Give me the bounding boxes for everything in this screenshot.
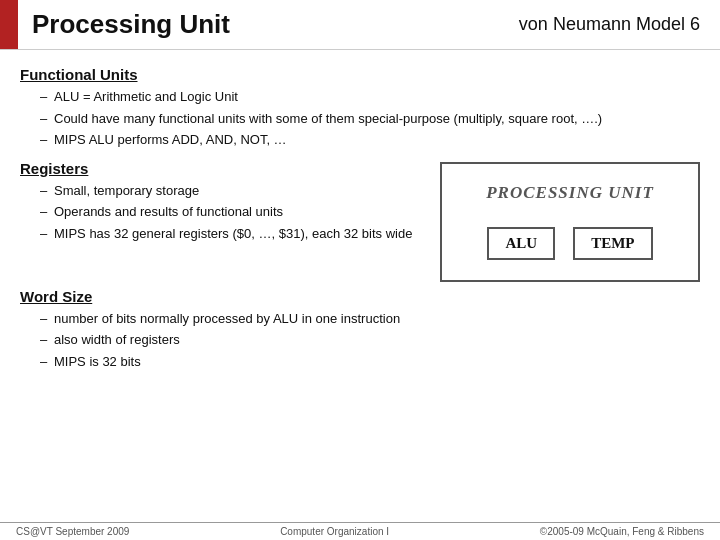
list-item: also width of registers: [40, 330, 700, 350]
list-item: MIPS has 32 general registers ($0, …, $3…: [40, 224, 430, 244]
list-item: ALU = Arithmetic and Logic Unit: [40, 87, 700, 107]
footer: CS@VT September 2009 Computer Organizati…: [0, 522, 720, 540]
slide-title: Processing Unit: [32, 9, 230, 40]
subtitle: von Neumann Model: [519, 14, 685, 35]
functional-units-list: ALU = Arithmetic and Logic Unit Could ha…: [20, 87, 700, 150]
header-title-area: Processing Unit: [18, 0, 499, 49]
processing-unit-diagram: PROCESSING UNIT ALU TEMP: [440, 162, 700, 282]
list-item: number of bits normally processed by ALU…: [40, 309, 700, 329]
word-size-section: Word Size number of bits normally proces…: [20, 282, 700, 376]
slide-number: 6: [690, 14, 700, 35]
registers-text: Registers Small, temporary storage Opera…: [20, 154, 430, 248]
footer-left: CS@VT September 2009: [16, 526, 129, 537]
registers-list: Small, temporary storage Operands and re…: [20, 181, 430, 244]
list-item: Small, temporary storage: [40, 181, 430, 201]
functional-units-section: Functional Units ALU = Arithmetic and Lo…: [20, 60, 700, 154]
header: Processing Unit von Neumann Model 6: [0, 0, 720, 50]
registers-section: Registers Small, temporary storage Opera…: [20, 154, 700, 282]
diagram-title: PROCESSING UNIT: [486, 183, 654, 203]
slide: Processing Unit von Neumann Model 6 Func…: [0, 0, 720, 540]
footer-right: ©2005-09 McQuain, Feng & Ribbens: [540, 526, 704, 537]
footer-center: Computer Organization I: [280, 526, 389, 537]
registers-heading: Registers: [20, 160, 430, 177]
list-item: MIPS is 32 bits: [40, 352, 700, 372]
list-item: Could have many functional units with so…: [40, 109, 700, 129]
header-accent-bar: [0, 0, 18, 49]
temp-box: TEMP: [573, 227, 652, 260]
list-item: Operands and results of functional units: [40, 202, 430, 222]
diagram-boxes: ALU TEMP: [487, 227, 652, 260]
functional-units-heading: Functional Units: [20, 66, 700, 83]
main-content: Functional Units ALU = Arithmetic and Lo…: [0, 50, 720, 522]
word-size-list: number of bits normally processed by ALU…: [20, 309, 700, 372]
list-item: MIPS ALU performs ADD, AND, NOT, …: [40, 130, 700, 150]
header-right: von Neumann Model 6: [499, 0, 720, 49]
alu-box: ALU: [487, 227, 555, 260]
word-size-heading: Word Size: [20, 288, 700, 305]
